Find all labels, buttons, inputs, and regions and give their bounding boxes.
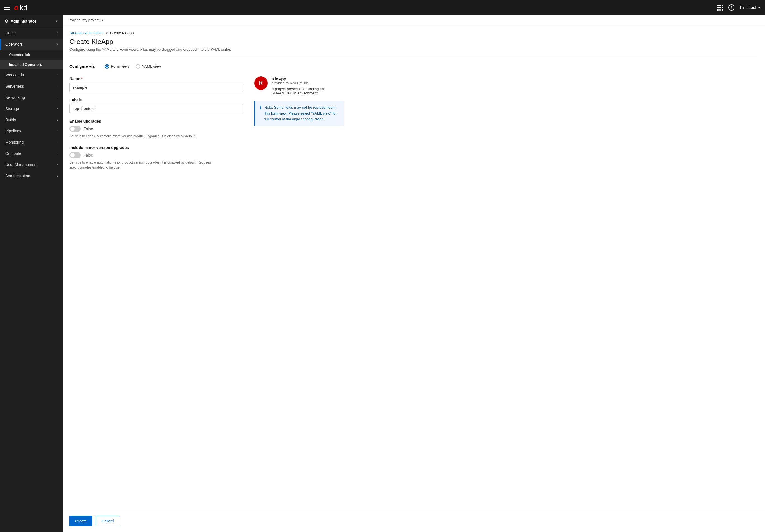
chevron-right-icon: › (57, 85, 58, 88)
sidebar-subitem-operatorhub-label: OperatorHub (9, 53, 30, 57)
project-dropdown-arrow[interactable]: ▼ (101, 18, 104, 22)
sidebar-item-compute-label: Compute (5, 151, 21, 156)
breadcrumb-current: Create KieApp (110, 31, 134, 35)
kieapp-title: KieApp (272, 76, 344, 81)
sidebar-item-serverless-label: Serverless (5, 84, 24, 89)
hamburger-menu[interactable] (4, 6, 10, 10)
chevron-right-icon: › (57, 31, 58, 35)
enable-upgrades-section: Enable upgrades False Set true to enable… (69, 119, 243, 139)
sidebar-item-compute[interactable]: Compute › (0, 148, 63, 159)
sidebar-item-administration[interactable]: Administration › (0, 170, 63, 182)
user-dropdown-arrow: ▼ (758, 6, 761, 9)
sidebar-item-storage-label: Storage (5, 106, 19, 111)
minor-version-title: Include minor version upgrades (69, 145, 243, 150)
kieapp-provider: provided by Red Hat, Inc. (272, 81, 344, 85)
name-field-group: Name * (69, 76, 243, 92)
minor-version-section: Include minor version upgrades False Set… (69, 145, 243, 170)
chevron-right-icon: › (57, 163, 58, 166)
role-icon: ⚙ (4, 18, 8, 24)
minor-version-state: False (83, 153, 93, 157)
required-star: * (81, 77, 83, 81)
minor-version-toggle-row: False (69, 152, 243, 158)
radio-yaml-view-circle (136, 64, 140, 69)
form-layout: Name * Labels Enable upgrades (69, 76, 758, 177)
chevron-right-icon: › (57, 129, 58, 133)
chevron-right-icon: › (57, 96, 58, 99)
chevron-right-icon: › (57, 73, 58, 77)
sidebar-item-monitoring[interactable]: Monitoring › (0, 137, 63, 148)
project-bar: Project: my-project ▼ (63, 15, 765, 25)
note-text: Note: Some fields may not be represented… (264, 105, 340, 122)
project-label: Project: (68, 18, 81, 22)
radio-yaml-view[interactable]: YAML view (136, 64, 161, 69)
main-content: Project: my-project ▼ Business Automatio… (63, 15, 765, 532)
topnav-icons: ? First Last ▼ (717, 4, 761, 11)
labels-field-label: Labels (69, 98, 243, 102)
sidebar-item-monitoring-label: Monitoring (5, 140, 24, 145)
radio-form-view-label: Form view (111, 64, 129, 69)
role-dropdown-arrow: ▼ (55, 20, 58, 23)
form-actions: Create Cancel (63, 510, 765, 532)
sidebar: ⚙ Administrator ▼ Home › Operators ∨ Ope… (0, 15, 63, 532)
role-selector[interactable]: ⚙ Administrator ▼ (0, 15, 63, 27)
role-label: Administrator (11, 19, 53, 24)
user-menu[interactable]: First Last ▼ (740, 5, 761, 10)
cancel-button[interactable]: Cancel (96, 516, 120, 526)
chevron-right-icon: › (57, 141, 58, 144)
sidebar-item-networking-label: Networking (5, 95, 25, 100)
sidebar-subitem-installed-operators[interactable]: Installed Operators (0, 60, 63, 69)
enable-upgrades-toggle[interactable] (69, 126, 81, 132)
breadcrumb-link[interactable]: Business Automation (69, 31, 103, 35)
form-left-column: Name * Labels Enable upgrades (69, 76, 243, 177)
sidebar-item-builds-label: Builds (5, 118, 16, 122)
page-description: Configure using the YAML and Form views.… (69, 47, 758, 52)
sidebar-item-pipelines[interactable]: Pipelines › (0, 126, 63, 137)
help-icon[interactable]: ? (728, 4, 734, 11)
enable-upgrades-toggle-row: False (69, 126, 243, 132)
apps-grid-icon[interactable] (717, 5, 723, 11)
page-divider (69, 57, 758, 57)
sidebar-item-user-management[interactable]: User Management › (0, 159, 63, 170)
minor-version-description: Set true to enable automatic minor produ… (69, 160, 243, 170)
sidebar-item-operators[interactable]: Operators ∨ (0, 39, 63, 50)
sidebar-item-operators-label: Operators (5, 42, 23, 47)
labels-input[interactable] (69, 104, 243, 113)
sidebar-item-workloads-label: Workloads (5, 73, 24, 77)
kieapp-info: KieApp provided by Red Hat, Inc. A proje… (272, 76, 344, 95)
sidebar-item-pipelines-label: Pipelines (5, 129, 21, 133)
breadcrumb: Business Automation > Create KieApp (69, 31, 758, 35)
chevron-right-icon: › (57, 174, 58, 178)
sidebar-item-administration-label: Administration (5, 174, 30, 178)
chevron-right-icon: › (57, 107, 58, 110)
configure-via-section: Configure via: Form view YAML view (69, 64, 758, 69)
sidebar-item-home[interactable]: Home › (0, 27, 63, 39)
kieapp-description: A project prescription running an RHPAM/… (272, 87, 344, 95)
breadcrumb-separator: > (106, 31, 108, 35)
kieapp-info-card: K KieApp provided by Red Hat, Inc. A pro… (254, 76, 344, 95)
logo: okd (14, 3, 27, 12)
radio-yaml-view-label: YAML view (142, 64, 161, 69)
project-name: my-project (82, 18, 99, 22)
radio-form-view-circle (105, 64, 109, 69)
sidebar-item-networking[interactable]: Networking › (0, 92, 63, 103)
configure-via-label: Configure via: (69, 64, 96, 69)
page-title: Create KieApp (69, 38, 758, 46)
sidebar-item-workloads[interactable]: Workloads › (0, 69, 63, 81)
kieapp-icon-letter: K (259, 80, 263, 87)
sidebar-subitem-operatorhub[interactable]: OperatorHub (0, 50, 63, 60)
logo-kd: kd (20, 3, 27, 12)
minor-version-toggle[interactable] (69, 152, 81, 158)
radio-form-view[interactable]: Form view (105, 64, 129, 69)
sidebar-item-serverless[interactable]: Serverless › (0, 81, 63, 92)
kieapp-icon: K (254, 76, 268, 90)
chevron-down-icon: ∨ (56, 43, 58, 46)
enable-upgrades-title: Enable upgrades (69, 119, 243, 124)
chevron-right-icon: › (57, 152, 58, 155)
create-button[interactable]: Create (69, 516, 92, 526)
name-input[interactable] (69, 83, 243, 92)
name-field-label: Name * (69, 76, 243, 81)
sidebar-item-builds[interactable]: Builds › (0, 114, 63, 126)
note-box: ℹ Note: Some fields may not be represent… (254, 101, 344, 126)
form-right-column: K KieApp provided by Red Hat, Inc. A pro… (254, 76, 344, 177)
sidebar-item-storage[interactable]: Storage › (0, 103, 63, 114)
